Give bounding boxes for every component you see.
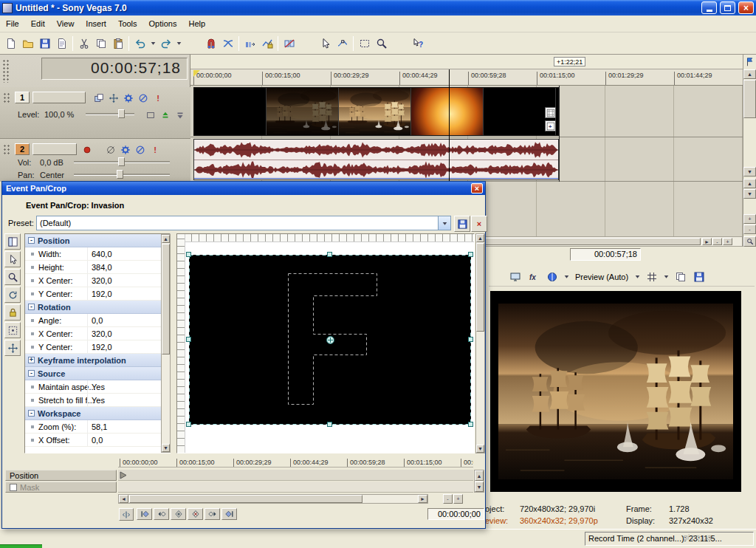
ignore-event-grouping-button[interactable] (281, 35, 298, 52)
cut-button[interactable] (75, 35, 92, 52)
property-value[interactable]: 320,0 (92, 329, 112, 338)
move-freely-button[interactable] (4, 340, 21, 356)
kf-scroll-left[interactable]: ◄ (119, 495, 128, 503)
property-value[interactable]: 58,1 (92, 422, 107, 431)
property-group-keyframe-interpolation[interactable]: +Keyframe interpolation (25, 354, 162, 367)
props-scroll-down[interactable]: ▼ (162, 444, 170, 452)
menu-help[interactable]: Help (182, 17, 211, 30)
v-zoom-out-button[interactable]: - (743, 225, 756, 234)
vol-slider[interactable] (74, 157, 170, 166)
preset-combobox[interactable]: (Default) (36, 216, 451, 230)
selection-edit-tool-button[interactable] (356, 35, 373, 52)
kf-zoom-out-button[interactable]: - (443, 494, 453, 504)
window-titlebar[interactable]: Untitled * - Sony Vegas 7.0 × (0, 0, 756, 16)
normal-edit-tool-button[interactable] (317, 35, 334, 52)
kf-scroll-thumb[interactable] (129, 495, 362, 503)
canvas-scroll-down[interactable]: ▼ (476, 445, 484, 453)
pan-slider[interactable] (74, 170, 170, 179)
property-y-center[interactable]: Y Center:192,0 (25, 340, 162, 354)
canvas-scroll-thumb[interactable] (476, 243, 484, 332)
keyframe-h-scrollbar[interactable]: ◄ ► (118, 494, 428, 504)
preset-dropdown-button[interactable] (438, 216, 450, 230)
props-scroll-thumb[interactable] (162, 244, 170, 355)
vol-slider-thumb[interactable] (118, 157, 125, 166)
selection-handle-s[interactable] (327, 422, 332, 427)
level-slider[interactable] (86, 109, 134, 118)
zoom-out-button[interactable]: - (712, 238, 722, 245)
envelope-edit-tool-button[interactable] (334, 35, 351, 52)
keyframe-row-position[interactable]: Position (5, 470, 117, 481)
audio-track-name-field[interactable] (32, 143, 77, 155)
automatic-crossfades-button[interactable] (219, 35, 236, 52)
video-output-fx-button[interactable]: fx (525, 269, 542, 285)
collapse-icon[interactable]: - (28, 370, 35, 377)
event-end-edge[interactable] (559, 86, 560, 182)
canvas-v-scrollbar[interactable]: ▲ ▼ (475, 233, 485, 453)
enable-snapping-button[interactable] (202, 35, 219, 52)
pancrop-canvas[interactable] (176, 233, 475, 453)
property-y-center[interactable]: Y Center:192,0 (25, 287, 162, 301)
preview-quality-dropdown[interactable]: Preview (Auto) (572, 271, 631, 283)
redo-button[interactable] (157, 35, 174, 52)
dialog-close-button[interactable]: × (471, 183, 483, 193)
property-value[interactable]: Yes (92, 383, 105, 391)
invert-phase-button[interactable] (103, 143, 118, 157)
rotation-tool-button[interactable] (4, 287, 21, 303)
save-project-button[interactable] (36, 35, 53, 52)
kf-scroll-right[interactable]: ► (418, 495, 427, 503)
marker-bar[interactable]: +1:22;21 (190, 55, 743, 69)
close-button[interactable]: × (738, 1, 754, 14)
property-value[interactable]: 192,0 (92, 290, 112, 298)
event-fx-badge-icon[interactable]: + (545, 120, 556, 131)
property-value[interactable]: 0,0 (92, 316, 103, 325)
scroll-right-button[interactable]: ► (702, 238, 712, 245)
position-keyframe-lane[interactable] (118, 470, 473, 481)
v-zoom-in-button[interactable]: + (743, 214, 756, 224)
sync-cursor-button[interactable] (119, 508, 134, 521)
scroll-up-button[interactable]: ▲ (743, 69, 756, 79)
keyframe-marker-icon[interactable] (120, 471, 127, 479)
collapse-icon[interactable]: - (28, 410, 35, 417)
time-ruler[interactable]: 00:00:00;0000:00:15;0000:00:29;2900:00:4… (190, 69, 743, 86)
undo-button[interactable] (131, 35, 148, 52)
next-keyframe-button[interactable] (205, 508, 220, 520)
copy-button[interactable] (92, 35, 109, 52)
previous-keyframe-button[interactable] (154, 508, 169, 520)
redo-dropdown-button[interactable] (174, 35, 183, 52)
arm-record-button[interactable] (80, 143, 94, 157)
property-value[interactable]: 384,0 (92, 263, 112, 272)
volume-envelope-line[interactable] (194, 178, 558, 179)
selection-handle-e[interactable] (468, 337, 473, 342)
property-stretch-to-fill-f[interactable]: Stretch to fill f...Yes (25, 394, 162, 407)
last-keyframe-button[interactable] (221, 508, 237, 520)
property-value[interactable]: 192,0 (92, 343, 112, 352)
property-group-source[interactable]: -Source (25, 367, 162, 380)
external-monitor-button[interactable] (506, 269, 523, 285)
track-collapse-button[interactable]: ▼ (743, 189, 756, 199)
zoom-in-button[interactable]: + (723, 238, 732, 245)
track-expand-button[interactable]: ▲ (743, 179, 756, 188)
dropdown-button[interactable] (633, 269, 642, 285)
collapse-icon[interactable]: - (28, 304, 35, 310)
mute-button[interactable] (136, 92, 151, 105)
open-project-button[interactable] (19, 35, 36, 52)
dropdown-button[interactable] (562, 269, 571, 285)
copy-frame-button[interactable] (672, 269, 689, 285)
lanes-scroll-up[interactable]: ▲ (475, 470, 484, 481)
property-angle[interactable]: Angle:0,0 (25, 314, 162, 327)
props-scroll-up[interactable]: ▲ (162, 235, 170, 243)
mute-button[interactable] (133, 143, 148, 157)
new-project-button[interactable] (2, 35, 19, 52)
delete-keyframe-button[interactable] (188, 508, 203, 520)
lock-aspect-button[interactable] (4, 304, 21, 321)
selection-handle-ne[interactable] (468, 252, 473, 257)
video-event[interactable]: + (193, 87, 559, 136)
dropdown-button[interactable] (662, 269, 670, 285)
minimize-button[interactable] (701, 1, 717, 14)
property-value[interactable]: 640,0 (92, 250, 112, 258)
compositing-mode-button[interactable] (92, 92, 106, 105)
track-fx-button[interactable] (121, 92, 136, 105)
selection-handle-se[interactable] (468, 422, 473, 427)
zoom-edit-tool-button[interactable] (373, 35, 390, 52)
video-track-number[interactable]: 1 (15, 92, 30, 103)
